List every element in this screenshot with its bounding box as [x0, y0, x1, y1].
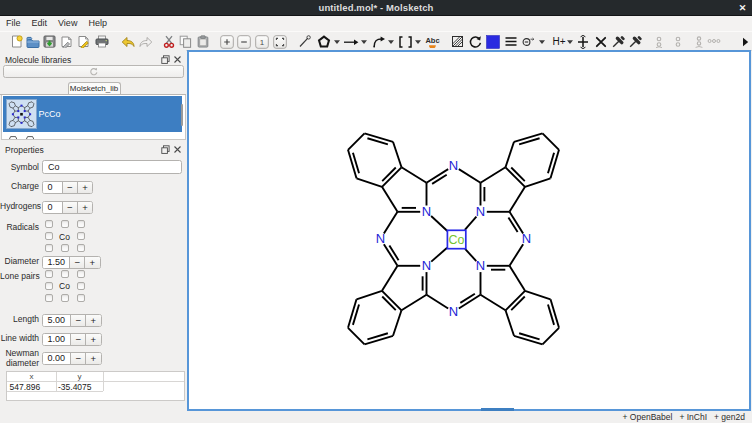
print-icon[interactable] [92, 33, 112, 51]
radicals-checkbox-0-2[interactable] [77, 220, 85, 228]
properties-panel-title: Properties [5, 145, 44, 155]
symbol-input[interactable] [42, 160, 182, 174]
radicals-checkbox-2-0[interactable] [45, 244, 53, 252]
atom-label-n[interactable]: N [522, 231, 531, 246]
window-titlebar[interactable]: untitled.mol* - Molsketch ✕ [0, 0, 752, 16]
lone-pairs-center-symbol: Co [59, 281, 70, 291]
length-increment-button[interactable]: + [85, 315, 100, 327]
radicals-checkbox-0-1[interactable] [61, 220, 69, 228]
atom-label-n[interactable]: N [422, 258, 431, 273]
line-width-value[interactable]: 1.00 [43, 334, 70, 346]
text-tool-icon[interactable]: Abc [423, 33, 443, 51]
atom-label-n[interactable]: N [476, 258, 485, 273]
coord-header-x: x [7, 372, 56, 381]
radicals-checkbox-2-1[interactable] [61, 244, 69, 252]
lone-pairs-checkbox-1-0[interactable] [45, 282, 53, 290]
library-item-thumbnail [6, 99, 37, 130]
redo-icon[interactable] [136, 33, 156, 51]
hydrogens-label: Hydrogens [0, 201, 39, 211]
library-item-next-partial[interactable] [3, 133, 183, 140]
radicals-checkbox-1-0[interactable] [45, 232, 53, 240]
hydrogens-increment-button[interactable]: + [77, 202, 93, 214]
menu-file[interactable]: File [5, 18, 22, 28]
coordinates-table[interactable]: x y 547.896 -35.4075 [6, 371, 185, 401]
status-token-1: + InChI [679, 412, 707, 422]
lone-pairs-checkbox-0-1[interactable] [61, 270, 69, 278]
charge-spinbox[interactable]: 0−+ [42, 181, 93, 195]
libraries-float-icon[interactable] [160, 54, 170, 64]
charge-increment-button[interactable]: + [77, 182, 93, 194]
coord-cell-y[interactable]: -35.4075 [58, 382, 92, 392]
length-decrement-button[interactable]: − [70, 315, 85, 327]
export-icon[interactable] [74, 33, 94, 51]
left-dock-column: Molecule libraries Molsketch_lib PcCo Pr… [0, 50, 186, 411]
charge-value[interactable]: 0 [43, 182, 62, 194]
diameter-label: Diameter [0, 256, 39, 266]
newman-diameter-decrement-button[interactable]: − [70, 353, 85, 365]
zoom-fit-icon[interactable] [270, 33, 290, 51]
diameter-increment-button[interactable]: + [84, 257, 99, 269]
diameter-spinbox[interactable]: 1.50−+ [42, 256, 101, 270]
toolbar-overflow-icon[interactable] [736, 33, 752, 51]
library-tab[interactable]: Molsketch_lib [68, 82, 121, 95]
menu-edit[interactable]: Edit [31, 18, 49, 28]
charge-label: Charge [0, 181, 39, 191]
diameter-value[interactable]: 1.50 [43, 257, 69, 269]
library-item-label: PcCo [39, 96, 61, 133]
atom-label-n[interactable]: N [476, 204, 485, 219]
coord-cell-x[interactable]: 547.896 [10, 382, 41, 392]
lone-pairs-checkbox-2-0[interactable] [45, 294, 53, 302]
drawing-canvas[interactable]: NNNNNNNNCo [187, 50, 751, 411]
radical-tool-icon[interactable] [668, 33, 688, 51]
paste-icon[interactable] [193, 33, 213, 51]
status-token-0: + OpenBabel [623, 412, 673, 422]
hydrogens-spinbox[interactable]: 0−+ [42, 201, 93, 215]
electron-dots-tool-icon[interactable] [704, 33, 724, 51]
molecule-drawing[interactable]: NNNNNNNNCo [189, 52, 749, 409]
radicals-checkbox-2-2[interactable] [77, 244, 85, 252]
line-width-decrement-button[interactable]: − [70, 334, 85, 346]
lone-pairs-checkbox-2-1[interactable] [61, 294, 69, 302]
radicals-checkbox-1-2[interactable] [77, 232, 85, 240]
lone-pair-tool-icon[interactable] [649, 33, 669, 51]
canvas-horizontal-scrollbar[interactable] [481, 408, 514, 412]
window-close-button[interactable]: ✕ [736, 0, 749, 15]
properties-close-icon[interactable] [172, 144, 182, 154]
status-token-2: + gen2d [714, 412, 745, 422]
newman-diameter-increment-button[interactable]: + [85, 353, 100, 365]
properties-float-icon[interactable] [160, 144, 170, 154]
radicals-checkbox-0-0[interactable] [45, 220, 53, 228]
atom-label-n[interactable]: N [449, 158, 458, 173]
menu-help[interactable]: Help [87, 18, 108, 28]
line-width-spinbox[interactable]: 1.00−+ [42, 333, 102, 347]
newman-diameter-value[interactable]: 0.00 [43, 353, 70, 365]
library-item-pcco[interactable]: PcCo [3, 96, 183, 133]
draw-tool-icon[interactable] [294, 33, 314, 51]
hydrogens-decrement-button[interactable]: − [62, 202, 77, 214]
statusbar: + OpenBabel+ InChI+ gen2d [0, 412, 752, 423]
atom-label-n[interactable]: N [422, 204, 431, 219]
library-refresh-button[interactable] [3, 65, 184, 78]
lone-pairs-checkbox-0-0[interactable] [45, 270, 53, 278]
newman-diameter-spinbox[interactable]: 0.00−+ [42, 352, 102, 366]
library-scrollbar[interactable] [181, 104, 184, 126]
menu-view[interactable]: View [57, 18, 78, 28]
charge-decrement-button[interactable]: − [62, 182, 77, 194]
central-atom-label-co[interactable]: Co [449, 233, 465, 247]
libraries-close-icon[interactable] [172, 54, 182, 64]
radicals-center-symbol: Co [59, 232, 70, 242]
length-spinbox[interactable]: 5.00−+ [42, 314, 102, 328]
atom-label-n[interactable]: N [376, 231, 385, 246]
lone-pairs-checkbox-0-2[interactable] [77, 270, 85, 278]
diameter-decrement-button[interactable]: − [69, 257, 84, 269]
hydrogens-value[interactable]: 0 [43, 202, 62, 214]
line-width-increment-button[interactable]: + [85, 334, 100, 346]
lone-pairs-checkbox-2-2[interactable] [77, 294, 85, 302]
length-value[interactable]: 5.00 [43, 315, 70, 327]
lone-pairs-label: Lone pairs [0, 271, 39, 281]
coord-header-y: y [56, 372, 103, 381]
lone-pairs-checkbox-1-2[interactable] [77, 282, 85, 290]
flip-vertical-icon[interactable] [625, 33, 645, 51]
length-label: Length [0, 314, 39, 324]
atom-label-n[interactable]: N [449, 304, 458, 319]
